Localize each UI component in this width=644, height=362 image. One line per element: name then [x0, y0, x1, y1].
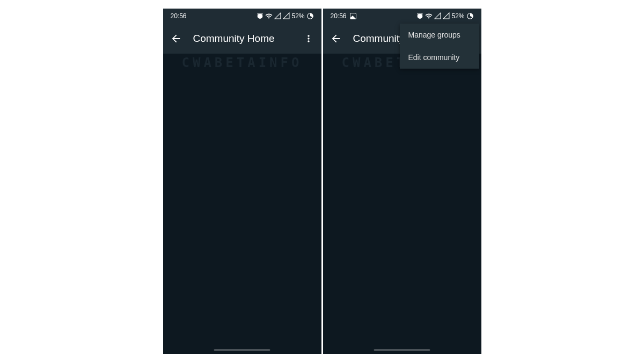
wifi-icon	[265, 12, 273, 20]
home-indicator[interactable]	[374, 349, 430, 351]
signal-icon-1	[274, 12, 281, 19]
dropdown-menu: Manage groups Edit community	[400, 24, 479, 69]
picture-icon	[350, 13, 356, 19]
alarm-icon	[257, 12, 264, 19]
phone-left: 20:56 52%	[163, 9, 321, 354]
app-header: Community Home	[163, 24, 321, 54]
battery-icon	[466, 12, 474, 20]
back-button[interactable]	[170, 32, 182, 45]
battery-percent: 52%	[451, 12, 464, 20]
wifi-icon	[425, 12, 433, 20]
status-bar: 20:56 52%	[323, 9, 481, 24]
menu-item-edit-community[interactable]: Edit community	[400, 46, 479, 69]
back-button[interactable]	[330, 32, 342, 45]
status-time: 20:56	[171, 12, 187, 20]
phone-right: 20:56 52%	[323, 9, 481, 354]
signal-icon-1	[434, 12, 441, 19]
content-area: CWABETAINFO	[323, 54, 481, 354]
content-area: CWABETAINFO	[163, 54, 321, 354]
battery-percent: 52%	[291, 12, 304, 20]
signal-icon-2	[443, 12, 450, 19]
page-title: Community Home	[193, 33, 291, 45]
battery-icon	[306, 12, 314, 20]
menu-item-manage-groups[interactable]: Manage groups	[400, 24, 479, 46]
status-time: 20:56	[331, 12, 347, 20]
home-indicator[interactable]	[214, 349, 270, 351]
signal-icon-2	[283, 12, 290, 19]
alarm-icon	[416, 12, 423, 19]
more-options-button[interactable]	[302, 32, 315, 45]
status-bar: 20:56 52%	[163, 9, 321, 24]
watermark: CWABETAINFO	[182, 55, 303, 70]
